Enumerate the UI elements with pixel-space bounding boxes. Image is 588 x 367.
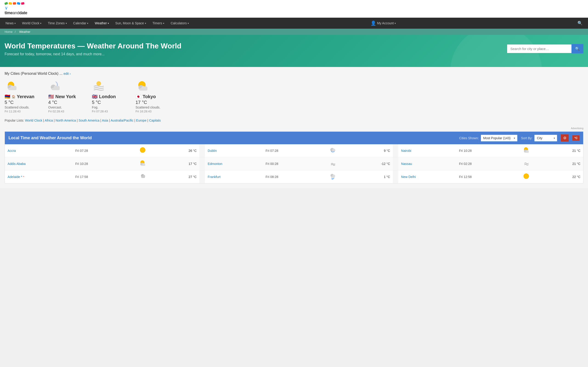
nav-label-timers: Timers [153,21,162,25]
popular-list-capitals[interactable]: Capitals [149,119,161,122]
cities-shown-select[interactable]: Most Popular (143) [481,135,518,142]
chevron-time-zones: ▾ [66,22,67,25]
logo-dot-yellow [9,2,12,5]
flag-yerevan: 🇦🇲 [5,94,10,99]
city-link-nairobi[interactable]: Nairobi [401,149,411,152]
popular-list-asia[interactable]: Asia [102,119,108,122]
settings-button[interactable]: ⚙ [561,134,569,142]
time-tokyo: Fri 16:28:43 [136,110,172,113]
temp-nassau: 21 °C [544,157,583,170]
condition-yerevan: Scattered clouds. [5,106,41,109]
nav-item-news[interactable]: News ▾ [2,19,19,28]
city-card-new-york[interactable]: 🇺🇸 New York 4 °C Overcast. Fri 02:28:43 [48,79,85,113]
temp-dublin: 9 °C [351,144,393,157]
breadcrumb-home[interactable]: Home [5,30,13,33]
breadcrumb-separator: / [15,30,16,33]
hero-section: World Temperatures — Weather Around The … [0,35,588,67]
svg-point-19 [332,152,333,152]
popular-lists: Popular Lists: World Clock | Africa | No… [5,119,583,122]
city-link-dublin[interactable]: Dublin [208,149,217,152]
home-icon: 🏠 [12,95,15,98]
nav-item-calculators[interactable]: Calculators ▾ [167,19,192,28]
chevron-calendar: ▾ [87,22,88,25]
account-icon: 👤 [371,20,376,26]
svg-rect-28 [141,165,145,166]
chevron-timers: ▾ [163,22,164,25]
nav-label-sun-moon: Sun, Moon & Space [115,21,144,25]
city-name-yerevan: 🇦🇲 🏠 Yerevan [5,94,41,99]
popular-lists-label: Popular Lists: [5,119,24,122]
nav-item-weather[interactable]: Weather ▾ [91,19,112,28]
time-dublin: Fri 07:28 [263,144,315,157]
table-row: Accra Fri 07:28 26 °C Dublin Fri 07:28 [5,144,583,157]
svg-rect-14 [139,88,147,91]
breadcrumb-current: Weather [19,30,31,33]
icon-edmonton [315,157,351,170]
svg-rect-24 [525,152,529,153]
flag-london: 🇬🇧 [92,94,98,99]
city-link-new-delhi[interactable]: New Delhi [401,175,416,179]
cities-shown-group: Cities Shown: Most Popular (143) [459,135,518,142]
temp-new-delhi: 22 °C [544,170,583,184]
nav-item-time-zones[interactable]: Time Zones ▾ [44,19,70,28]
time-new-delhi: Fri 12:58 [456,170,509,184]
nav-search-button[interactable]: 🔍 [574,18,586,28]
city-link-frankfurt[interactable]: Frankfurt [208,175,221,179]
sort-by-select[interactable]: City [534,135,557,142]
weather-table: Accra Fri 07:28 26 °C Dublin Fri 07:28 [5,144,583,183]
nav-label-time-zones: Time Zones [48,21,65,25]
edit-cities-link[interactable]: edit › [64,72,71,75]
hero-subtitle: Forecast for today, tomorrow, next 14 da… [5,52,182,56]
time-frankfurt: Fri 08:28 [263,170,315,184]
search-button-icon: 🔍 [575,47,580,51]
svg-point-37 [333,178,334,179]
city-link-adelaide[interactable]: Adelaide * [8,175,22,179]
nav-item-sun-moon[interactable]: Sun, Moon & Space ▾ [112,19,149,28]
svg-point-18 [331,151,332,152]
icon-dublin [315,144,351,157]
temp-tokyo: 17 °C [136,100,172,105]
temp-accra: 26 °C [160,144,199,157]
chevron-sun-moon: ▾ [145,22,146,25]
nav-item-timers[interactable]: Timers ▾ [149,19,167,28]
city-card-london[interactable]: 🇬🇧 London 5 °C Fog. Fri 07:28:43 [92,79,129,113]
popular-list-world-clock[interactable]: World Clock [25,119,42,122]
popular-list-europe[interactable]: Europe [136,119,147,122]
time-nassau: Fri 02:28 [456,157,509,170]
popular-list-south-america[interactable]: South America [78,119,99,122]
logo[interactable]: ∨ timeanddate [5,2,27,15]
search-icon: 🔍 [578,21,582,25]
icon-new-delhi [509,170,544,184]
nav-item-account[interactable]: 👤 My Account ▾ [367,18,399,29]
svg-point-38 [332,179,332,180]
condition-new-york: Overcast. [48,106,85,109]
condition-london: Fog. [92,106,129,109]
popular-list-australia[interactable]: Australia/Pacific [111,119,134,122]
nav-item-calendar[interactable]: Calendar ▾ [70,19,92,28]
city-link-nassau[interactable]: Nassau [401,162,412,166]
city-link-addis-ababa[interactable]: Addis Ababa [8,162,26,166]
time-adelaide: Fri 17:58 [73,170,125,184]
nav-item-world-clock[interactable]: World Clock ▾ [19,19,44,28]
logo-dot-pink [21,2,25,5]
svg-point-39 [333,179,333,180]
city-card-tokyo[interactable]: 🇯🇵 Tokyo 17 °C Scattered clouds. Fri 16:… [136,79,172,113]
city-link-accra[interactable]: Accra [8,149,16,152]
weather-icon-tokyo [136,79,172,92]
nav-label-weather: Weather [95,21,107,25]
city-card-yerevan[interactable]: 🇦🇲 🏠 Yerevan 5 °C Scattered clouds. Fri … [5,79,41,113]
city-search-input[interactable] [507,44,571,53]
temp-london: 5 °C [92,100,129,105]
breadcrumb: Home / Weather [0,29,588,35]
city-cards-container: 🇦🇲 🏠 Yerevan 5 °C Scattered clouds. Fri … [5,79,583,113]
city-link-edmonton[interactable]: Edmonton [208,162,222,166]
celsius-button[interactable]: °C [572,135,579,141]
city-search-button[interactable]: 🔍 [571,44,583,53]
sort-by-label: Sort By: [521,136,533,140]
popular-list-north-america[interactable]: North America [56,119,76,122]
condition-tokyo: Scattered clouds. [136,106,172,109]
chevron-calculators: ▾ [188,22,189,25]
temp-addis: 17 °C [160,157,199,170]
popular-list-africa[interactable]: Africa [45,119,53,122]
nav-label-calendar: Calendar [73,21,86,25]
